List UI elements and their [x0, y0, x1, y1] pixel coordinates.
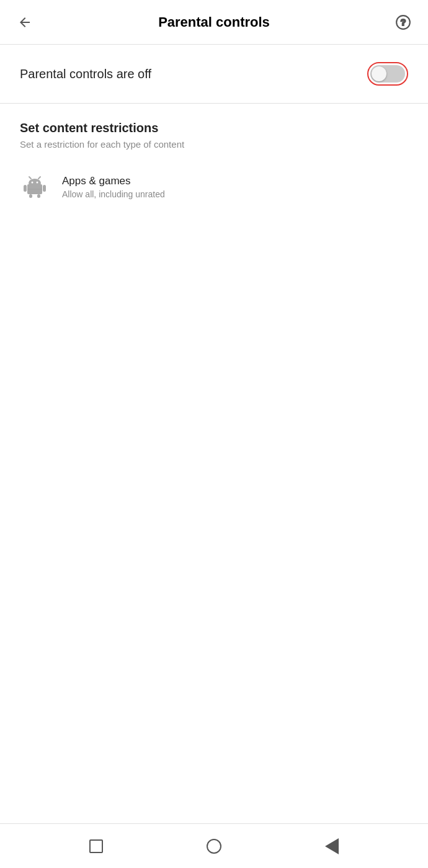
- section-subtitle: Set a restriction for each type of conte…: [20, 139, 408, 150]
- parental-controls-toggle-row: Parental controls are off: [0, 45, 428, 104]
- svg-line-7: [38, 177, 40, 179]
- square-icon: [89, 839, 103, 853]
- parental-controls-label: Parental controls are off: [20, 67, 151, 81]
- parental-controls-toggle[interactable]: [370, 65, 405, 83]
- svg-point-3: [29, 179, 41, 187]
- toggle-knob: [372, 66, 386, 81]
- triangle-icon: [325, 838, 339, 854]
- content-restrictions-section: Set content restrictions Set a restricti…: [0, 104, 428, 159]
- svg-point-4: [32, 182, 33, 184]
- svg-point-5: [37, 182, 38, 184]
- section-title: Set content restrictions: [20, 121, 408, 135]
- apps-games-icon-wrapper: [20, 172, 50, 202]
- apps-games-item[interactable]: Apps & games Allow all, including unrate…: [0, 159, 428, 214]
- svg-rect-8: [24, 185, 27, 192]
- circle-icon: [207, 839, 221, 854]
- main-content: [0, 214, 428, 823]
- bottom-nav: [0, 823, 428, 868]
- apps-games-subtitle: Allow all, including unrated: [62, 189, 165, 199]
- svg-text:?: ?: [401, 17, 406, 27]
- svg-rect-10: [29, 194, 32, 198]
- android-icon: [22, 174, 47, 199]
- header: Parental controls ?: [0, 0, 428, 45]
- svg-line-6: [29, 177, 31, 179]
- svg-rect-9: [43, 185, 46, 192]
- svg-rect-11: [37, 194, 40, 198]
- home-button[interactable]: [198, 831, 230, 862]
- back-button[interactable]: [12, 10, 37, 35]
- toggle-highlight: [367, 62, 408, 86]
- page-title: Parental controls: [37, 14, 391, 30]
- recent-apps-button[interactable]: [81, 831, 112, 862]
- apps-games-title: Apps & games: [62, 175, 165, 187]
- help-button[interactable]: ?: [391, 10, 416, 35]
- back-nav-button[interactable]: [316, 831, 347, 862]
- apps-games-text: Apps & games Allow all, including unrate…: [62, 175, 165, 199]
